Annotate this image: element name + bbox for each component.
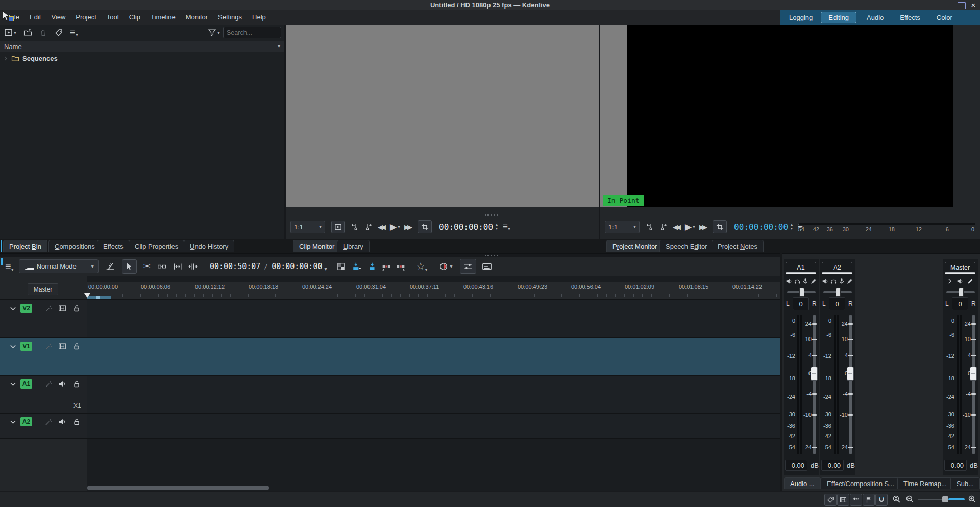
- tab-project-notes[interactable]: Project Notes: [712, 240, 764, 252]
- play-caret-icon[interactable]: ▾: [693, 224, 695, 229]
- subtitle-icon[interactable]: [482, 261, 492, 272]
- track-a1-header[interactable]: A1 X1: [0, 376, 87, 413]
- overwrite-zone-icon[interactable]: [368, 262, 377, 271]
- clip-timecode[interactable]: 00:00:00:00: [439, 222, 493, 232]
- mute-icon[interactable]: [822, 278, 829, 285]
- mute-icon[interactable]: [957, 278, 964, 285]
- in-point-icon[interactable]: [646, 223, 654, 231]
- flag-icon[interactable]: [863, 494, 875, 506]
- record-icon[interactable]: [439, 262, 448, 271]
- rewind-icon[interactable]: ◀◀: [378, 223, 386, 231]
- workspace-tab-effects[interactable]: Effects: [895, 12, 925, 23]
- lock-icon[interactable]: [72, 304, 81, 312]
- mixer-strip-title[interactable]: A2: [822, 262, 852, 273]
- monitor-overlay-icon[interactable]: [331, 221, 345, 233]
- zone-icon[interactable]: [713, 220, 727, 233]
- edit-mode-combo[interactable]: Normal Mode ▾: [19, 259, 99, 273]
- zoom-slider-fill[interactable]: [948, 498, 965, 500]
- tab-project-bin[interactable]: Project Bin: [3, 240, 47, 252]
- record-caret-icon[interactable]: ▾: [450, 264, 453, 269]
- timecode-down-icon[interactable]: ▾: [496, 227, 498, 231]
- effects-wand-icon[interactable]: [45, 380, 53, 388]
- balance-value-box[interactable]: 0: [952, 297, 968, 310]
- zoom-fit-icon[interactable]: [892, 495, 901, 503]
- solo-icon[interactable]: [830, 278, 837, 285]
- tab-speech-editor[interactable]: Speech Editor: [659, 240, 714, 252]
- rewind-icon[interactable]: ◀◀: [673, 223, 681, 231]
- monitor-menu-icon[interactable]: ≡: [503, 222, 508, 232]
- balance-handle[interactable]: [836, 288, 841, 297]
- close-button[interactable]: ×: [969, 0, 978, 10]
- tab-clip-monitor[interactable]: Clip Monitor: [293, 240, 340, 252]
- track-v2-body[interactable]: [87, 300, 780, 337]
- track-a2-body[interactable]: [87, 414, 780, 438]
- project-timecode[interactable]: 00:00:00:00: [734, 222, 788, 232]
- menu-clip[interactable]: Clip: [125, 13, 145, 21]
- mixer-strip-title[interactable]: Master: [945, 262, 975, 273]
- play-caret-icon[interactable]: ▾: [398, 224, 400, 229]
- track-a1-body[interactable]: [87, 376, 780, 413]
- audio-track-icon[interactable]: [58, 418, 66, 426]
- zoom-out-icon[interactable]: [905, 495, 914, 503]
- collapse-track-icon[interactable]: [9, 305, 17, 312]
- bin-name-header[interactable]: Name ▾: [0, 41, 284, 52]
- tab-time-remap[interactable]: Time Remap...: [897, 477, 953, 489]
- master-button[interactable]: Master: [28, 283, 58, 295]
- collapse-track-icon[interactable]: [9, 343, 17, 350]
- tab-audio-mixer[interactable]: Audio ...: [784, 477, 821, 489]
- add-clip-icon[interactable]: [4, 28, 13, 37]
- show-effects-icon[interactable]: [810, 278, 817, 285]
- balance-handle[interactable]: [799, 288, 804, 297]
- project-monitor-display[interactable]: [627, 25, 953, 207]
- show-effects-icon[interactable]: [846, 278, 853, 285]
- effects-wand-icon[interactable]: [45, 418, 53, 426]
- tab-effect-composition-stack[interactable]: Effect/Composition S...: [821, 477, 900, 489]
- mute-icon[interactable]: [786, 278, 793, 285]
- menu-icon[interactable]: ≡: [70, 28, 75, 38]
- collapse-track-icon[interactable]: [9, 418, 17, 426]
- expand-arrow-icon[interactable]: [3, 56, 9, 61]
- track-v1-header[interactable]: V1: [0, 338, 87, 375]
- timeline-menu-icon[interactable]: ≡: [5, 260, 11, 272]
- in-point-icon[interactable]: [351, 223, 359, 231]
- menu-project[interactable]: Project: [71, 13, 101, 21]
- scissors-icon[interactable]: ✂: [143, 261, 151, 272]
- track-name-badge[interactable]: A1: [20, 379, 32, 389]
- db-value-box[interactable]: 0.00: [785, 460, 807, 471]
- play-icon[interactable]: ▶: [685, 222, 692, 232]
- mixer-toggle-icon[interactable]: [460, 259, 476, 274]
- playhead-line[interactable]: [87, 283, 87, 451]
- forward-icon[interactable]: ▶▶: [699, 223, 707, 231]
- zoom-slider-track[interactable]: [918, 499, 942, 500]
- snap-magnet-icon[interactable]: [875, 494, 888, 506]
- track-v1-body[interactable]: [87, 338, 780, 375]
- db-value-box[interactable]: 0.00: [821, 460, 844, 471]
- tab-subtitles[interactable]: Sub...: [950, 477, 980, 489]
- lock-icon[interactable]: [72, 418, 81, 426]
- clip-zoom-combo[interactable]: 1:1▾: [290, 221, 325, 233]
- menu-settings[interactable]: Settings: [213, 13, 247, 21]
- tab-library[interactable]: Library: [337, 240, 370, 252]
- solo-icon[interactable]: [794, 278, 801, 285]
- add-clip-caret-icon[interactable]: ▾: [14, 30, 16, 35]
- bin-item-sequences[interactable]: Sequences: [0, 53, 284, 63]
- effects-wand-icon[interactable]: [45, 305, 53, 312]
- menu-edit[interactable]: Edit: [25, 13, 45, 21]
- slip-tool-icon[interactable]: [188, 262, 198, 271]
- forward-icon[interactable]: ▶▶: [404, 223, 412, 231]
- track-v2-header[interactable]: V2: [0, 300, 87, 337]
- balance-value-box[interactable]: 0: [793, 297, 809, 310]
- tab-compositions[interactable]: Compositions: [48, 240, 101, 252]
- video-track-icon[interactable]: [58, 342, 66, 350]
- maximize-button[interactable]: [958, 2, 966, 9]
- playhead-marker[interactable]: [84, 293, 90, 298]
- favorite-effects-caret-icon[interactable]: ▾: [425, 267, 428, 272]
- insert-zone-icon[interactable]: [106, 262, 115, 271]
- volume-fader-handle[interactable]: [811, 367, 818, 381]
- menu-view[interactable]: View: [46, 13, 70, 21]
- splitter-dots[interactable]: [485, 214, 498, 216]
- tab-clip-properties[interactable]: Clip Properties: [129, 240, 184, 252]
- clip-monitor-display[interactable]: [286, 25, 599, 207]
- extract-zone-icon[interactable]: [382, 262, 391, 271]
- workspace-tab-audio[interactable]: Audio: [862, 12, 889, 23]
